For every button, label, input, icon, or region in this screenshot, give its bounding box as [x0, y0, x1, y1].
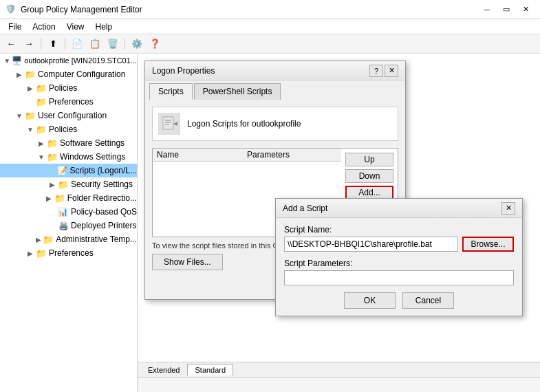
toolbar-properties[interactable]: ⚙️ — [129, 36, 145, 52]
minimize-button[interactable]: ─ — [478, 3, 496, 17]
show-files-button[interactable]: Show Files... — [152, 254, 223, 270]
view-tabs-bar: Extended Standard — [138, 362, 540, 377]
windows-settings-label: Windows Settings — [60, 152, 125, 162]
col-name: Name — [157, 150, 247, 160]
folder-icon: 📁 — [36, 248, 47, 259]
add-script-title-bar: Add a Script ✕ — [276, 199, 522, 218]
cc-arrow[interactable]: ▶ — [14, 71, 25, 78]
title-bar: 🛡️ Group Policy Management Editor ─ ▭ ✕ — [0, 0, 540, 19]
root-label: outlookprofile [WIN2019.STC01... — [24, 56, 137, 65]
script-header-icon — [158, 113, 180, 135]
folder-icon: 📁 — [36, 124, 47, 135]
root-arrow[interactable]: ▼ — [2, 57, 12, 65]
toolbar-forward[interactable]: → — [21, 36, 37, 52]
script-params-input[interactable] — [284, 270, 514, 285]
ws-arrow[interactable]: ▼ — [36, 153, 47, 161]
qos-label: Policy-based QoS — [71, 207, 137, 217]
status-bar — [138, 377, 540, 392]
tab-standard[interactable]: Standard — [187, 364, 233, 375]
printer-icon: 🖨️ — [58, 220, 69, 231]
uc-arrow[interactable]: ▼ — [14, 112, 25, 120]
uc-pref-arrow[interactable]: ▶ — [25, 250, 36, 257]
uc-pol-arrow[interactable]: ▼ — [25, 126, 36, 133]
col-params: Parameters — [247, 150, 337, 160]
menu-file[interactable]: File — [3, 21, 27, 33]
toolbar-up[interactable]: ⬆ — [45, 36, 61, 52]
admin-templates-label: Administrative Temp... — [56, 235, 137, 244]
folder-icon: 📁 — [25, 110, 36, 121]
toolbar-help[interactable]: ❓ — [147, 36, 163, 52]
dialog-close-button[interactable]: ✕ — [385, 65, 398, 77]
add-script-close-button[interactable]: ✕ — [501, 202, 515, 215]
tab-scripts[interactable]: Scripts — [149, 83, 193, 100]
cc-pol-arrow[interactable]: ▶ — [25, 85, 36, 92]
folder-icon: 📁 — [36, 83, 47, 94]
toolbar-back[interactable]: ← — [3, 36, 19, 52]
main-area: ▼ 🖥️ outlookprofile [WIN2019.STC01... ▶ … — [0, 54, 540, 392]
menu-action[interactable]: Action — [27, 21, 61, 33]
tree-software-settings[interactable]: ▶ 📁 Software Settings — [0, 136, 137, 150]
folder-icon: 📁 — [36, 96, 47, 107]
printers-label: Deployed Printers — [71, 221, 136, 230]
computer-config-label: Computer Configuration — [38, 69, 125, 79]
tree-windows-settings[interactable]: ▼ 📁 Windows Settings — [0, 150, 137, 164]
add-script-content: Script Name: Browse... Script Parameters… — [276, 225, 522, 309]
title-controls: ─ ▭ ✕ — [478, 3, 534, 17]
down-button[interactable]: Down — [345, 169, 393, 183]
scripts-label: Scripts (Logon/L... — [70, 166, 137, 175]
menu-view[interactable]: View — [61, 21, 90, 33]
qos-icon: 📊 — [58, 206, 69, 217]
add-script-dialog: Add a Script ✕ Script Name: Browse... Sc… — [275, 198, 523, 316]
tree-uc-policies[interactable]: ▼ 📁 Policies — [0, 122, 137, 136]
tree-uc-preferences[interactable]: ▶ 📁 Preferences — [0, 246, 137, 260]
tree-panel[interactable]: ▼ 🖥️ outlookprofile [WIN2019.STC01... ▶ … — [0, 54, 138, 392]
add-script-cancel-button[interactable]: Cancel — [402, 292, 454, 309]
tree-security-settings[interactable]: ▶ 📁 Security Settings — [0, 177, 137, 191]
tree-computer-config[interactable]: ▶ 📁 Computer Configuration — [0, 67, 137, 81]
folder-icon: 📁 — [54, 193, 65, 204]
secsett-arrow[interactable]: ▶ — [47, 181, 58, 188]
folder-icon: 📁 — [47, 151, 58, 162]
toolbar-sep-2 — [65, 38, 65, 50]
toolbar-delete[interactable]: 🗑️ — [105, 36, 121, 52]
maximize-button[interactable]: ▭ — [497, 3, 515, 17]
tree-user-config[interactable]: ▼ 📁 User Configuration — [0, 109, 137, 122]
tree-qos[interactable]: 📊 Policy-based QoS — [0, 205, 137, 219]
folder-redirect-label: Folder Redirectio... — [67, 193, 137, 203]
toolbar-paste[interactable]: 📋 — [87, 36, 103, 52]
tree-cc-policies[interactable]: ▶ 📁 Policies — [0, 81, 137, 95]
tree-scripts[interactable]: 📝 Scripts (Logon/L... — [0, 164, 137, 177]
tree-root[interactable]: ▼ 🖥️ outlookprofile [WIN2019.STC01... — [0, 54, 137, 67]
menu-bar: File Action View Help — [0, 19, 540, 34]
dialog-tab-bar: Scripts PowerShell Scripts — [145, 80, 405, 100]
user-config-label: User Configuration — [38, 111, 107, 120]
ss-arrow[interactable]: ▶ — [36, 140, 47, 147]
tree-printers[interactable]: 🖨️ Deployed Printers — [0, 219, 137, 232]
tree-folder-redirect[interactable]: ▶ 📁 Folder Redirectio... — [0, 191, 137, 205]
tab-extended[interactable]: Extended — [140, 364, 187, 376]
toolbar-copy[interactable]: 📄 — [69, 36, 85, 52]
tree-admin-templates[interactable]: ▶ 📁 Administrative Temp... — [0, 232, 137, 246]
dialog-title-controls: ? ✕ — [369, 65, 398, 77]
close-button[interactable]: ✕ — [517, 3, 534, 17]
script-name-row: Browse... — [284, 237, 514, 252]
script-title: Logon Scripts for outlookprofile — [187, 119, 301, 129]
up-button[interactable]: Up — [345, 153, 393, 166]
script-name-input[interactable] — [284, 237, 458, 252]
tab-powershell[interactable]: PowerShell Scripts — [194, 83, 281, 100]
toolbar-sep-3 — [125, 38, 125, 50]
dialog-help-button[interactable]: ? — [369, 65, 383, 77]
script-params-label: Script Parameters: — [284, 259, 514, 268]
list-header: Name Parameters — [153, 149, 341, 162]
fr-arrow[interactable]: ▶ — [44, 195, 54, 202]
tree-cc-preferences[interactable]: 📁 Preferences — [0, 95, 137, 109]
toolbar: ← → ⬆ 📄 📋 🗑️ ⚙️ ❓ — [0, 34, 540, 54]
add-script-title-text: Add a Script — [283, 204, 327, 213]
add-script-ok-button[interactable]: OK — [344, 292, 396, 309]
script-name-label: Script Name: — [284, 225, 514, 235]
folder-icon: 📁 — [47, 138, 58, 149]
add-dialog-buttons: OK Cancel — [284, 292, 514, 309]
at-arrow[interactable]: ▶ — [34, 236, 43, 243]
browse-button[interactable]: Browse... — [462, 237, 514, 252]
menu-help[interactable]: Help — [90, 21, 118, 33]
